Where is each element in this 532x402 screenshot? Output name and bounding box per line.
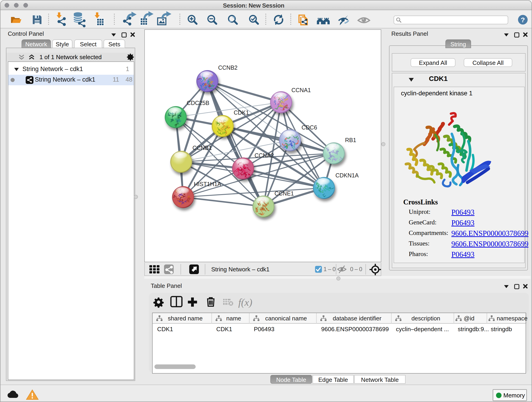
svg-text:HIST1H1A: HIST1H1A	[194, 181, 221, 187]
svg-text:RB1: RB1	[345, 137, 356, 143]
svg-text:CCNB2: CCNB2	[218, 64, 238, 71]
svg-text:CDKN1A: CDKN1A	[336, 172, 359, 179]
svg-text:0 – 0: 0 – 0	[350, 266, 362, 272]
svg-text:CDK1: CDK1	[234, 109, 249, 116]
svg-text:?: ?	[521, 16, 525, 24]
svg-text:1 – 0: 1 – 0	[323, 266, 336, 272]
svg-text:CDC6: CDC6	[302, 124, 317, 131]
svg-text:CCNA2: CCNA2	[254, 152, 274, 159]
svg-text:CCNA1: CCNA1	[291, 87, 311, 93]
svg-text:CCNB1: CCNB1	[192, 145, 212, 151]
svg-text:CCNE1: CCNE1	[274, 190, 294, 197]
svg-text:f(x): f(x)	[238, 297, 252, 308]
svg-text:CDC25B: CDC25B	[187, 100, 209, 106]
